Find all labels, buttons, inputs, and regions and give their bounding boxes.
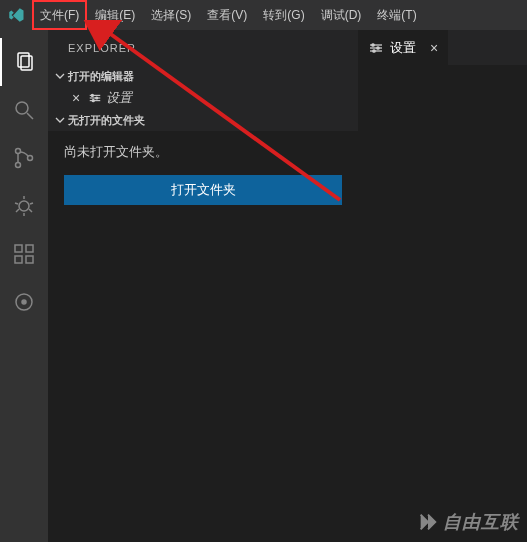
svg-point-4 <box>16 149 21 154</box>
svg-line-10 <box>15 203 18 204</box>
settings-icon <box>368 40 384 56</box>
editor-area: 设置 × <box>358 30 527 542</box>
menu-edit[interactable]: 编辑(E) <box>87 0 143 30</box>
svg-point-6 <box>28 156 33 161</box>
open-folder-button[interactable]: 打开文件夹 <box>64 175 342 205</box>
extensions-icon[interactable] <box>0 230 48 278</box>
explorer-icon[interactable] <box>0 38 48 86</box>
tab-label: 设置 <box>390 39 416 57</box>
no-folder-header[interactable]: 无打开的文件夹 <box>48 109 358 131</box>
chevron-down-icon <box>52 115 68 125</box>
menu-terminal[interactable]: 终端(T) <box>369 0 424 30</box>
sidebar-title: EXPLORER <box>48 30 358 65</box>
svg-rect-16 <box>26 256 33 263</box>
menu-goto[interactable]: 转到(G) <box>255 0 312 30</box>
no-folder-message: 尚未打开文件夹。 <box>64 143 342 161</box>
svg-line-3 <box>27 113 33 119</box>
close-icon[interactable]: × <box>68 90 84 106</box>
svg-point-25 <box>92 100 94 102</box>
svg-point-5 <box>16 163 21 168</box>
debug-icon[interactable] <box>0 182 48 230</box>
svg-rect-17 <box>26 245 33 252</box>
no-folder-body: 尚未打开文件夹。 打开文件夹 <box>48 131 358 542</box>
svg-point-2 <box>16 102 28 114</box>
activity-bar <box>0 30 48 542</box>
svg-point-23 <box>91 94 93 96</box>
menu-file[interactable]: 文件(F) <box>32 0 87 30</box>
open-editors-header[interactable]: 打开的编辑器 <box>48 65 358 87</box>
menu-view[interactable]: 查看(V) <box>199 0 255 30</box>
no-folder-label: 无打开的文件夹 <box>68 113 145 128</box>
tab-settings[interactable]: 设置 × <box>358 30 448 65</box>
svg-rect-15 <box>15 256 22 263</box>
svg-line-13 <box>29 209 32 212</box>
open-editor-label: 设置 <box>106 89 132 107</box>
tab-bar: 设置 × <box>358 30 527 65</box>
main-area: EXPLORER 打开的编辑器 × 设置 无打开的文件夹 尚未打开文件夹。 打开… <box>0 30 527 542</box>
explorer-sidebar: EXPLORER 打开的编辑器 × 设置 无打开的文件夹 尚未打开文件夹。 打开… <box>48 30 358 542</box>
menubar: 文件(F) 编辑(E) 选择(S) 查看(V) 转到(G) 调试(D) 终端(T… <box>0 0 527 30</box>
svg-point-31 <box>373 49 375 51</box>
menu-debug[interactable]: 调试(D) <box>313 0 370 30</box>
svg-rect-14 <box>15 245 22 252</box>
open-editor-item[interactable]: × 设置 <box>48 87 358 109</box>
settings-small-icon <box>86 91 104 105</box>
svg-point-19 <box>22 300 26 304</box>
docker-icon[interactable] <box>0 278 48 326</box>
svg-rect-1 <box>21 56 32 70</box>
svg-line-11 <box>30 203 33 204</box>
svg-point-24 <box>96 97 98 99</box>
svg-point-7 <box>19 201 29 211</box>
vscode-logo-icon <box>4 3 28 27</box>
search-icon[interactable] <box>0 86 48 134</box>
close-icon[interactable]: × <box>430 40 438 56</box>
watermark: 自由互联 <box>417 510 519 534</box>
svg-rect-0 <box>18 53 29 67</box>
chevron-down-icon <box>52 71 68 81</box>
svg-point-29 <box>372 43 374 45</box>
source-control-icon[interactable] <box>0 134 48 182</box>
svg-point-30 <box>377 46 379 48</box>
open-editors-label: 打开的编辑器 <box>68 69 134 84</box>
svg-line-12 <box>16 209 19 212</box>
menu-select[interactable]: 选择(S) <box>143 0 199 30</box>
